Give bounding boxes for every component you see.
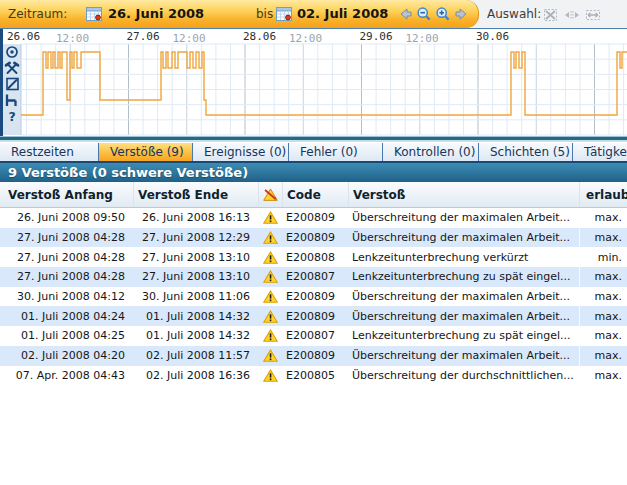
timeline-noon-label: 12:00: [56, 32, 89, 45]
cell-severity: [258, 306, 282, 326]
cell-allowed: max.: [579, 346, 627, 366]
cell-violation: Überschreitung der maximalen Arbeit...: [348, 228, 579, 248]
cell-violation: Überschreitung der maximalen Arbeit...: [348, 346, 579, 366]
tab-fehler-0-[interactable]: Fehler (0): [289, 143, 383, 162]
cell-severity: [258, 366, 282, 386]
question-mark-icon: ?: [9, 109, 16, 124]
violations-table-body: 26. Juni 2008 09:5026. Juni 2008 16:13E2…: [0, 208, 627, 385]
violation-row[interactable]: 27. Juni 2008 04:2827. Juni 2008 13:10E2…: [0, 247, 627, 267]
cell-start: 27. Juni 2008 04:28: [0, 247, 133, 267]
date-to-value[interactable]: 02. Juli 2008: [297, 6, 388, 21]
activity-timeline-chart[interactable]: 26.0627.0628.0629.0630.0612:0012:0012:00…: [0, 29, 627, 136]
cell-end: 26. Juni 2008 16:13: [133, 208, 258, 228]
shrink-selection-icon[interactable]: [564, 7, 580, 21]
warning-triangle-icon: [263, 310, 278, 323]
cell-code: E200807: [282, 326, 348, 346]
tab-bar: RestzeitenVerstöße (9)Ereignisse (0)Fehl…: [0, 142, 627, 161]
chart-left-border: [0, 29, 3, 136]
cell-allowed: max.: [579, 228, 627, 248]
cell-allowed: min.: [579, 247, 627, 267]
column-header-verstoss-anfang[interactable]: Verstoß Anfang: [0, 182, 133, 207]
warning-triangle-icon: [263, 349, 278, 362]
cell-allowed: max.: [579, 287, 627, 307]
toolbar: Zeitraum: 26. Juni 2008 bis 02. Juli 200…: [0, 0, 627, 29]
timeline-nav-group: [397, 6, 470, 22]
cell-violation: Lenkzeitunterbrechung zu spät eingel...: [348, 326, 579, 346]
timeline-day-label: 26.06: [7, 30, 40, 43]
warning-triangle-icon: [263, 231, 278, 244]
cell-violation: Überschreitung der maximalen Arbeit...: [348, 287, 579, 307]
cell-code: E200805: [282, 366, 348, 386]
violation-row[interactable]: 30. Juni 2008 04:1230. Juni 2008 11:06E2…: [0, 287, 627, 307]
column-header-code[interactable]: Code: [282, 182, 348, 207]
zoom-in-button[interactable]: [435, 6, 451, 22]
severity-warning-icon: [263, 188, 278, 201]
tab-schichten-5-[interactable]: Schichten (5): [479, 143, 573, 162]
cell-severity: [258, 228, 282, 248]
cell-start: 02. Juli 2008 04:20: [0, 346, 133, 366]
timeline-noon-label: 12:00: [173, 32, 206, 45]
timeline-day-label: 30.06: [476, 30, 509, 43]
column-header-erlaubt[interactable]: erlaubt: [579, 182, 627, 207]
cell-end: 30. Juni 2008 11:06: [133, 287, 258, 307]
cell-start: 01. Juli 2008 04:25: [0, 326, 133, 346]
cell-start: 27. Juni 2008 04:28: [0, 228, 133, 248]
clear-selection-icon[interactable]: [543, 7, 559, 21]
timeline-day-label: 28.06: [243, 30, 276, 43]
warning-triangle-icon: [263, 290, 278, 303]
cell-severity: [258, 267, 282, 287]
scroll-left-button[interactable]: [397, 6, 413, 22]
warning-triangle-icon: [263, 369, 278, 382]
cell-violation: Lenkzeitunterbrechung verkürzt: [348, 247, 579, 267]
tab-restzeiten[interactable]: Restzeiten: [0, 143, 99, 162]
timeline-noon-label: 12:00: [289, 32, 322, 45]
warning-triangle-icon: [263, 211, 278, 224]
cell-code: E200808: [282, 247, 348, 267]
cell-severity: [258, 346, 282, 366]
violation-row[interactable]: 27. Juni 2008 04:2827. Juni 2008 12:29E2…: [0, 228, 627, 248]
cell-end: 27. Juni 2008 13:10: [133, 267, 258, 287]
cell-end: 02. Juli 2008 16:36: [133, 366, 258, 386]
cell-end: 27. Juni 2008 12:29: [133, 228, 258, 248]
zeitraum-bar: Zeitraum: 26. Juni 2008 bis 02. Juli 200…: [0, 0, 479, 28]
scroll-right-button[interactable]: [454, 6, 470, 22]
cell-allowed: max.: [579, 366, 627, 386]
tab-ereignisse-0-[interactable]: Ereignisse (0): [193, 143, 289, 162]
cell-allowed: max.: [579, 326, 627, 346]
timeline-day-label: 27.06: [127, 30, 160, 43]
column-header-verstoss[interactable]: Verstoß: [348, 182, 579, 207]
cell-allowed: max.: [579, 267, 627, 287]
warning-triangle-icon: [263, 270, 278, 283]
expand-selection-icon[interactable]: [585, 7, 601, 21]
violation-row[interactable]: 01. Juli 2008 04:2401. Juli 2008 14:32E2…: [0, 306, 627, 326]
calendar-icon[interactable]: [276, 6, 293, 22]
tab-tätigkeiten[interactable]: Tätigkeiten: [573, 143, 627, 162]
cell-start: 27. Juni 2008 04:28: [0, 267, 133, 287]
violation-row[interactable]: 27. Juni 2008 04:2827. Juni 2008 13:10E2…: [0, 267, 627, 287]
cell-violation: Überschreitung der durchschnittlichen...: [348, 366, 579, 386]
violation-row[interactable]: 07. Apr. 2008 04:4302. Juli 2008 16:36E2…: [0, 366, 627, 386]
tab-verstö-e-9-[interactable]: Verstöße (9): [99, 143, 193, 162]
cell-start: 07. Apr. 2008 04:43: [0, 366, 133, 386]
section-title: 9 Verstöße (0 schwere Verstöße): [0, 163, 627, 182]
timeline-noon-label: 12:00: [406, 32, 439, 45]
cell-start: 30. Juni 2008 04:12: [0, 287, 133, 307]
tab-kontrollen-0-[interactable]: Kontrollen (0): [383, 143, 479, 162]
cell-violation: Lenkzeitunterbrechung zu spät eingel...: [348, 267, 579, 287]
cell-end: 02. Juli 2008 11:57: [133, 346, 258, 366]
violation-row[interactable]: 02. Juli 2008 04:2002. Juli 2008 11:57E2…: [0, 346, 627, 366]
bis-label: bis: [256, 7, 273, 21]
cell-allowed: max.: [579, 208, 627, 228]
date-from-value[interactable]: 26. Juni 2008: [108, 6, 204, 21]
column-header-verstoss-ende[interactable]: Verstoß Ende: [133, 182, 258, 207]
zoom-out-button[interactable]: [416, 6, 432, 22]
violation-row[interactable]: 01. Juli 2008 04:2501. Juli 2008 14:32E2…: [0, 326, 627, 346]
cell-violation: Überschreitung der maximalen Arbeit...: [348, 208, 579, 228]
violation-row[interactable]: 26. Juni 2008 09:5026. Juni 2008 16:13E2…: [0, 208, 627, 228]
cell-code: E200809: [282, 208, 348, 228]
calendar-icon[interactable]: [86, 6, 103, 22]
column-header-severity[interactable]: [258, 182, 282, 207]
cell-start: 01. Juli 2008 04:24: [0, 306, 133, 326]
auswahl-label: Auswahl:: [487, 7, 541, 21]
cell-violation: Überschreitung der maximalen Arbeit...: [348, 306, 579, 326]
